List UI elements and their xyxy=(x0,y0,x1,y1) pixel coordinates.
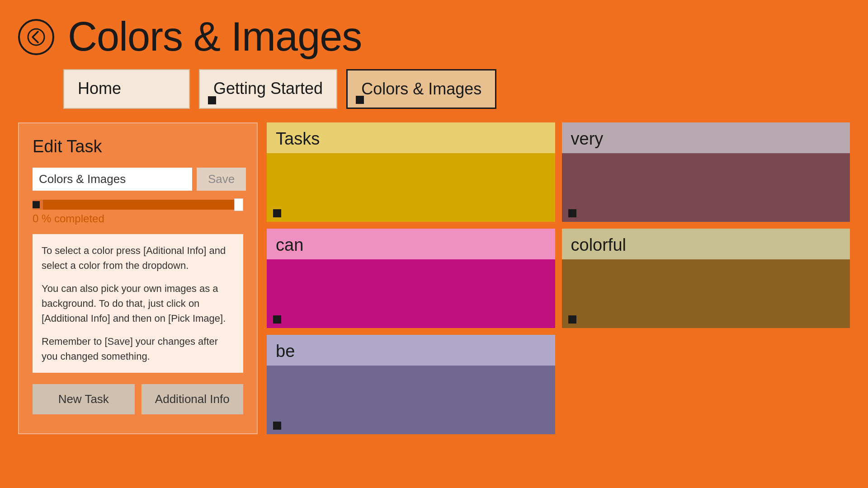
new-task-button[interactable]: New Task xyxy=(33,384,135,414)
tile-be-label: be xyxy=(267,335,555,366)
task-name-input[interactable] xyxy=(33,168,192,191)
svg-point-0 xyxy=(28,29,44,45)
tile-colorful-color xyxy=(562,259,850,328)
nav-tabs: Home Getting Started Colors & Images xyxy=(0,69,868,122)
progress-bar[interactable] xyxy=(33,200,243,210)
tile-tasks-label: Tasks xyxy=(267,122,555,153)
progress-dot xyxy=(33,201,40,208)
tile-can-label: can xyxy=(267,229,555,259)
header: Colors & Images xyxy=(0,0,868,69)
tab-getting-started[interactable]: Getting Started xyxy=(199,69,337,109)
tile-colorful-dot xyxy=(568,315,576,324)
back-button[interactable] xyxy=(18,19,54,55)
tile-very-dot xyxy=(568,209,576,217)
tile-very-label: very xyxy=(562,122,850,153)
tile-be-color xyxy=(267,366,555,434)
page-title: Colors & Images xyxy=(68,14,362,60)
tab-home[interactable]: Home xyxy=(63,69,190,109)
desc-line-2: You can also pick your own images as a b… xyxy=(42,281,234,326)
tile-colorful-label: colorful xyxy=(562,229,850,259)
tile-very-color xyxy=(562,153,850,222)
description-box: To select a color press [Aditional Info]… xyxy=(33,234,243,373)
tile-tasks-color xyxy=(267,153,555,222)
tab-active-indicator xyxy=(356,96,364,104)
tile-very[interactable]: very xyxy=(562,122,850,222)
additional-info-button[interactable]: Additional Info xyxy=(142,384,244,414)
progress-handle[interactable] xyxy=(234,198,243,211)
tile-can-dot xyxy=(273,315,281,324)
tile-can[interactable]: can xyxy=(267,229,555,328)
panel-buttons: New Task Additional Info xyxy=(33,384,243,414)
main-content: Edit Task Save 0 % completed To select a… xyxy=(0,122,868,434)
tile-can-color xyxy=(267,259,555,328)
edit-panel-title: Edit Task xyxy=(33,137,243,156)
tab-colors-images[interactable]: Colors & Images xyxy=(346,69,496,109)
tile-colorful[interactable]: colorful xyxy=(562,229,850,328)
tile-be[interactable]: be xyxy=(267,335,555,434)
save-button[interactable]: Save xyxy=(197,168,246,191)
desc-line-1: To select a color press [Aditional Info]… xyxy=(42,243,234,273)
desc-line-3: Remember to [Save] your changes after yo… xyxy=(42,334,234,364)
input-row: Save xyxy=(33,168,243,191)
progress-row xyxy=(33,200,243,210)
edit-panel: Edit Task Save 0 % completed To select a… xyxy=(18,122,258,434)
progress-label: 0 % completed xyxy=(33,212,243,225)
tile-tasks[interactable]: Tasks xyxy=(267,122,555,222)
tab-indicator xyxy=(208,96,216,104)
tile-be-dot xyxy=(273,422,281,430)
tiles-area: Tasks very can colorful xyxy=(267,122,850,434)
tile-tasks-dot xyxy=(273,209,281,217)
